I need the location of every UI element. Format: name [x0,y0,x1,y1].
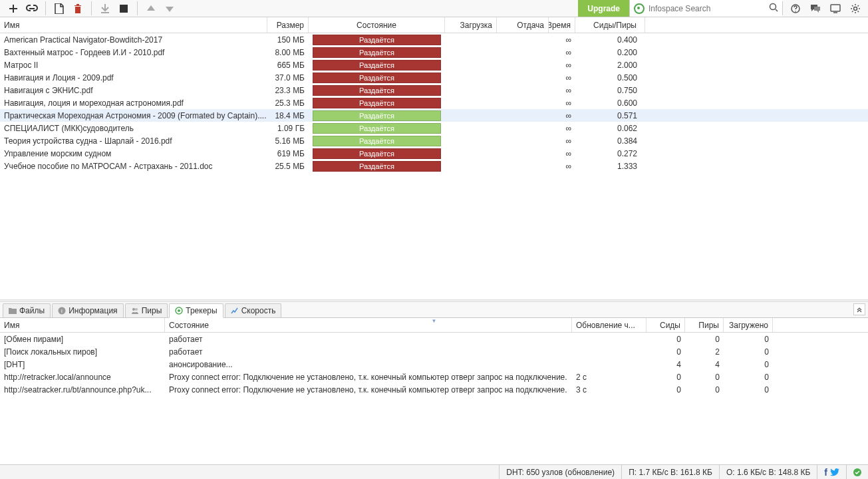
trk-cell-downloaded: 0 [724,358,773,371]
col-state[interactable]: Состояние [309,17,445,33]
col-ratio[interactable]: Сиды/Пиры [575,17,645,33]
cell-ratio: 0.500 [575,71,645,84]
tab-speed[interactable]: Скорость [225,303,282,317]
table-row[interactable]: Управление морским судном619 МБРаздаётся… [0,147,868,160]
cell-download [445,109,497,122]
network-health-icon[interactable] [853,468,861,476]
cell-time: ∞ [549,59,575,71]
trk-cell-state: работает [165,333,572,345]
move-up-button[interactable] [144,1,158,16]
tracker-row[interactable]: [Обмен пирами]работает000 [0,333,868,345]
facebook-icon[interactable]: f [824,467,827,478]
cell-size: 25.3 МБ [267,96,309,109]
trk-col-downloaded[interactable]: Загружено [724,318,773,332]
trk-col-update[interactable]: Обновление ч... [572,318,647,332]
move-down-button[interactable] [162,1,177,16]
svg-rect-0 [120,5,128,13]
tracker-row[interactable]: [Поиск локальных пиров]работает020 [0,345,868,358]
help-icon[interactable] [788,1,803,16]
table-row[interactable]: Навигация, лоция и мореходная астрономия… [0,96,868,109]
cell-upload [497,109,549,122]
col-name[interactable]: Имя [0,17,267,33]
tracker-row[interactable]: [DHT]анонсирование...440 [0,358,868,371]
table-row[interactable]: СПЕЦИАЛИСТ (МКК)судоводитель1.09 ГБРазда… [0,122,868,134]
detail-expand-button[interactable] [853,303,865,315]
svg-point-8 [132,308,135,311]
cell-state: Раздаётся [309,46,445,59]
cell-download [445,33,497,46]
trk-cell-downloaded: 0 [724,371,773,383]
col-upload[interactable]: Отдача [497,17,549,33]
svg-point-11 [178,309,180,312]
table-row[interactable]: Матрос II665 МБРаздаётся∞2.000 [0,59,868,71]
cell-download [445,59,497,71]
trk-col-peers[interactable]: Пиры [685,318,724,332]
cell-time: ∞ [549,46,575,59]
tab-trackers[interactable]: Трекеры [169,303,223,318]
trk-cell-peers: 4 [685,358,724,371]
table-row[interactable]: Практическая Мореходная Астрономия - 200… [0,109,868,122]
svg-point-5 [854,7,857,10]
cell-name: Навигация с ЭКНИС.pdf [0,84,267,96]
tracker-row[interactable]: http://retracker.local/announceProxy con… [0,371,868,383]
add-url-button[interactable] [25,1,39,16]
trk-col-name[interactable]: Имя [0,318,165,332]
twitter-icon[interactable] [830,468,839,476]
cell-ratio: 2.000 [575,59,645,71]
table-row[interactable]: Теория устройства судна - Шарлай - 2016.… [0,134,868,147]
torrent-list[interactable]: American Practical Navigator-Bowditch-20… [0,33,868,299]
settings-icon[interactable] [848,1,863,16]
status-upload: О: 1.6 КБ/с В: 148.8 КБ [719,465,817,479]
tab-info[interactable]: i Информация [52,303,123,317]
stop-button[interactable] [116,1,131,16]
chat-icon[interactable] [808,1,823,16]
table-row[interactable]: Вахтенный матрос - Гордеев И.И - 2010.pd… [0,46,868,59]
search-input[interactable] [649,4,766,13]
trk-col-state[interactable]: Состояние [165,318,572,332]
cell-time: ∞ [549,84,575,96]
trk-col-seeds[interactable]: Сиды [647,318,685,332]
tracker-row[interactable]: http://seatracker.ru/bt/announce.php?uk.… [0,383,868,396]
table-row[interactable]: American Practical Navigator-Bowditch-20… [0,33,868,46]
cell-upload [497,59,549,71]
cell-name: СПЕЦИАЛИСТ (МКК)судоводитель [0,122,267,134]
sort-indicator-icon: ▼ [432,318,437,324]
svg-point-1 [770,4,776,10]
tab-files[interactable]: Файлы [3,303,51,317]
col-time[interactable]: Время [549,17,575,33]
cell-time: ∞ [549,33,575,46]
tab-peers[interactable]: Пиры [125,303,168,317]
add-torrent-button[interactable] [6,1,21,16]
svg-rect-4 [831,5,840,11]
start-button[interactable] [98,1,112,16]
cell-download [445,122,497,134]
table-row[interactable]: Учебное пособие по МАТРОСАМ - Астрахань … [0,160,868,172]
cell-ratio: 0.571 [575,109,645,122]
trk-cell-update [572,345,647,358]
create-torrent-button[interactable] [52,1,67,16]
trk-cell-name: [Обмен пирами] [0,333,165,345]
trk-cell-name: [DHT] [0,358,165,371]
cell-size: 23.3 МБ [267,84,309,96]
cell-state: Раздаётся [309,109,445,122]
cell-name: Навигация и Лоция - 2009.pdf [0,71,267,84]
svg-point-3 [795,11,796,12]
cell-upload [497,46,549,59]
col-size[interactable]: Размер [267,17,309,33]
remote-icon[interactable] [828,1,843,16]
trk-cell-name: http://retracker.local/announce [0,371,165,383]
cell-upload [497,147,549,160]
cell-state: Раздаётся [309,71,445,84]
upgrade-button[interactable]: Upgrade [578,0,629,17]
search-icon[interactable] [769,3,778,14]
table-row[interactable]: Навигация и Лоция - 2009.pdf37.0 МБРазда… [0,71,868,84]
cell-size: 665 МБ [267,59,309,71]
col-download[interactable]: Загрузка [445,17,497,33]
cell-name: Матрос II [0,59,267,71]
cell-name: Практическая Мореходная Астрономия - 200… [0,109,267,122]
trk-cell-state: работает [165,345,572,358]
delete-button[interactable] [71,1,85,16]
table-row[interactable]: Навигация с ЭКНИС.pdf23.3 МБРаздаётся∞0.… [0,84,868,96]
cell-time: ∞ [549,160,575,172]
tracker-list[interactable]: [Обмен пирами]работает000[Поиск локальны… [0,333,868,464]
